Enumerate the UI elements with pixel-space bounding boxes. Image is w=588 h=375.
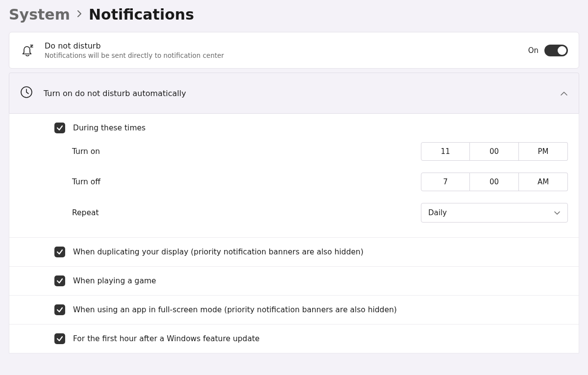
turn-off-minute[interactable]: 00 (470, 173, 519, 191)
chevron-up-icon (560, 89, 568, 98)
during-times-label: During these times (73, 124, 146, 132)
rule-game-label: When playing a game (73, 276, 156, 285)
chevron-right-icon (77, 10, 82, 20)
dnd-state-label: On (528, 46, 539, 55)
rule-feature-update-label: For the first hour after a Windows featu… (73, 334, 260, 343)
chevron-down-icon (554, 208, 561, 217)
turn-on-label: Turn on (72, 147, 421, 156)
repeat-label: Repeat (72, 208, 421, 217)
turn-on-minute[interactable]: 00 (470, 142, 519, 161)
rule-duplicating-display: When duplicating your display (priority … (9, 237, 579, 266)
rule-playing-game: When playing a game (9, 266, 579, 295)
times-block: Turn on 11 00 PM Turn off 7 00 AM Repeat (9, 136, 579, 237)
rule-feature-update: For the first hour after a Windows featu… (9, 324, 579, 353)
auto-dnd-header[interactable]: Turn on do not disturb automatically (9, 73, 579, 114)
rule-fullscreen-checkbox[interactable] (54, 304, 65, 315)
turn-off-ampm[interactable]: AM (519, 173, 568, 191)
rule-fullscreen-label: When using an app in full-screen mode (p… (73, 305, 397, 314)
breadcrumb-parent[interactable]: System (9, 6, 70, 23)
rule-duplicating-checkbox[interactable] (54, 247, 65, 257)
rule-game-checkbox[interactable] (54, 275, 65, 286)
turn-on-hour[interactable]: 11 (421, 142, 470, 161)
dnd-subtitle: Notifications will be sent directly to n… (45, 51, 518, 59)
repeat-select[interactable]: Daily (421, 203, 568, 223)
rule-duplicating-label: When duplicating your display (priority … (73, 248, 364, 256)
repeat-row: Repeat Daily (54, 197, 568, 228)
rule-fullscreen: When using an app in full-screen mode (p… (9, 295, 579, 324)
dnd-card: Do not disturb Notifications will be sen… (9, 32, 579, 69)
page-title: Notifications (89, 6, 194, 23)
toggle-knob (558, 46, 566, 55)
turn-off-hour[interactable]: 7 (421, 173, 470, 191)
dnd-toggle[interactable] (544, 45, 568, 56)
clock-icon (20, 86, 33, 100)
during-times-checkbox[interactable] (54, 123, 65, 133)
breadcrumb: System Notifications (9, 6, 579, 23)
dnd-title: Do not disturb (45, 41, 518, 50)
turn-on-row: Turn on 11 00 PM (54, 136, 568, 167)
auto-dnd-body: During these times Turn on 11 00 PM Turn… (9, 114, 579, 353)
turn-off-label: Turn off (72, 177, 421, 186)
turn-off-row: Turn off 7 00 AM (54, 167, 568, 197)
during-times-row: During these times (9, 114, 579, 136)
rule-feature-update-checkbox[interactable] (54, 333, 65, 344)
turn-on-ampm[interactable]: PM (519, 142, 568, 161)
auto-dnd-title: Turn on do not disturb automatically (44, 89, 549, 98)
bell-snooze-icon (20, 44, 35, 57)
repeat-value: Daily (428, 208, 447, 217)
